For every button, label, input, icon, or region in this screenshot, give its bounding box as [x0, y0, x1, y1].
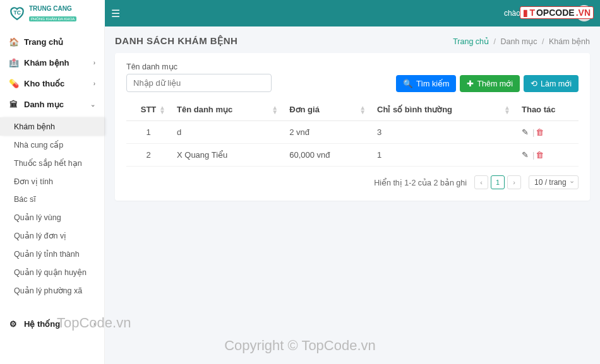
medkit-icon: 💊: [9, 79, 18, 88]
search-icon: 🔍: [403, 79, 413, 88]
brand-logo[interactable]: TC TRUNG CANG PHÒNG KHÁM ĐA KHOA: [0, 0, 105, 26]
sidebar-submenu-danhmuc: Khám bệnh Nhà cung cấp Thuốc sắp hết hạn…: [0, 115, 104, 302]
pager-page-1[interactable]: 1: [491, 175, 505, 189]
add-button[interactable]: ✚Thêm mới: [460, 75, 520, 92]
heart-logo-icon: TC: [9, 5, 25, 21]
sort-icon: ▲▼: [504, 105, 510, 114]
content-card: Tên danh mục 🔍Tìm kiếm ✚Thêm mới ⟲Làm mớ…: [115, 53, 590, 201]
refresh-icon: ⟲: [531, 79, 537, 88]
filter-name-input[interactable]: [126, 74, 272, 92]
menu-toggle-icon[interactable]: ☰: [105, 4, 126, 23]
cell-ten: d: [171, 121, 283, 144]
table-row: 2X Quang Tiểu60,000 vnđ1✎|🗑: [126, 144, 579, 167]
sidebar-item-khothuoc[interactable]: 💊Kho thuốc›: [0, 73, 104, 94]
sidebar-item-khambenh[interactable]: 🏥Khám bệnh›: [0, 52, 104, 73]
topbar: TC TRUNG CANG PHÒNG KHÁM ĐA KHOA ☰ chào …: [0, 0, 600, 26]
breadcrumb: Trang chủ / Danh mục / Khám bệnh: [453, 37, 590, 46]
chevron-right-icon: ›: [93, 80, 95, 87]
svg-text:TC: TC: [14, 9, 21, 16]
chevron-right-icon: ›: [93, 320, 95, 327]
clinic-icon: 🏥: [9, 58, 18, 68]
cell-stt: 2: [126, 144, 171, 167]
plus-icon: ✚: [467, 79, 474, 88]
col-thaotac: Thao tác: [515, 98, 579, 121]
col-stt[interactable]: STT▲▼: [126, 98, 171, 121]
brand-tagline: PHÒNG KHÁM ĐA KHOA: [29, 16, 76, 21]
sidebar-sub-thuochethan[interactable]: Thuốc sắp hết hạn: [0, 154, 104, 172]
cell-actions: ✎|🗑: [515, 144, 579, 167]
user-greeting: chào Administrator !: [504, 9, 571, 18]
pagination: Hiển thị 1-2 của 2 bản ghi ‹ 1 › 10 / tr…: [126, 175, 579, 189]
cell-gia: 60,000 vnđ: [283, 144, 371, 167]
sidebar: 🏠Trang chủ 🏥Khám bệnh› 💊Kho thuốc› 🏛Danh…: [0, 26, 105, 364]
delete-icon[interactable]: 🗑: [536, 127, 544, 137]
cell-gia: 2 vnđ: [283, 121, 371, 144]
filter-label: Tên danh mục: [126, 62, 272, 71]
page-title: DANH SÁCH KHÁM BỆNH: [115, 35, 237, 47]
sidebar-sub-bacsi[interactable]: Bác sĩ: [0, 191, 104, 208]
refresh-button[interactable]: ⟲Làm mới: [524, 75, 579, 92]
pager-next[interactable]: ›: [507, 175, 521, 189]
sort-icon: ▲▼: [272, 105, 278, 114]
sidebar-sub-phuongxa[interactable]: Quản lý phường xã: [0, 281, 104, 300]
pager-size-select[interactable]: 10 / trang: [529, 175, 579, 189]
sort-icon: ▲▼: [159, 105, 165, 114]
columns-icon: 🏛: [9, 100, 18, 109]
data-table: STT▲▼ Tên danh mục▲▼ Đơn giá▲▼ Chỉ số bì…: [126, 98, 579, 167]
sort-icon: ▲▼: [359, 105, 366, 114]
pager-summary: Hiển thị 1-2 của 2 bản ghi: [374, 178, 467, 187]
edit-icon[interactable]: ✎: [522, 150, 529, 160]
edit-icon[interactable]: ✎: [522, 127, 529, 137]
breadcrumb-group: Danh mục: [501, 37, 537, 46]
pager-prev[interactable]: ‹: [474, 175, 488, 189]
search-button[interactable]: 🔍Tìm kiếm: [396, 75, 456, 92]
cell-chiso: 1: [371, 144, 515, 167]
col-ten[interactable]: Tên danh mục▲▼: [171, 98, 283, 121]
chevron-down-icon: ⌄: [90, 101, 95, 108]
sidebar-sub-quanhuyen[interactable]: Quản lý quận huyện: [0, 263, 104, 281]
sidebar-sub-donvitinh[interactable]: Đơn vị tính: [0, 172, 104, 191]
gear-icon: ⚙: [9, 319, 18, 329]
avatar[interactable]: [576, 5, 592, 21]
cell-ten: X Quang Tiểu: [171, 144, 283, 167]
delete-icon[interactable]: 🗑: [536, 150, 544, 160]
sidebar-sub-donvi[interactable]: Quản lý đơn vị: [0, 226, 104, 245]
table-row: 1d2 vnđ3✎|🗑: [126, 121, 579, 144]
breadcrumb-home[interactable]: Trang chủ: [453, 37, 489, 46]
sidebar-item-hethong[interactable]: ⚙Hệ thống›: [0, 314, 104, 334]
sidebar-sub-khambenh[interactable]: Khám bệnh: [0, 117, 104, 136]
breadcrumb-current: Khám bệnh: [549, 37, 590, 46]
chevron-right-icon: ›: [93, 59, 95, 66]
cell-stt: 1: [126, 121, 171, 144]
sidebar-item-danhmuc[interactable]: 🏛Danh mục⌄: [0, 94, 104, 115]
sidebar-sub-vung[interactable]: Quản lý vùng: [0, 208, 104, 226]
sidebar-item-home[interactable]: 🏠Trang chủ: [0, 32, 104, 52]
col-chiso[interactable]: Chỉ số bình thường▲▼: [371, 98, 515, 121]
sidebar-sub-nhacungcap[interactable]: Nhà cung cấp: [0, 136, 104, 154]
cell-chiso: 3: [371, 121, 515, 144]
sidebar-sub-tinhthanh[interactable]: Quản lý tỉnh thành: [0, 245, 104, 263]
col-gia[interactable]: Đơn giá▲▼: [283, 98, 371, 121]
cell-actions: ✎|🗑: [515, 121, 579, 144]
main-content: DANH SÁCH KHÁM BỆNH Trang chủ / Danh mục…: [105, 26, 600, 364]
home-icon: 🏠: [9, 37, 18, 47]
brand-name: TRUNG CANG: [29, 5, 76, 12]
